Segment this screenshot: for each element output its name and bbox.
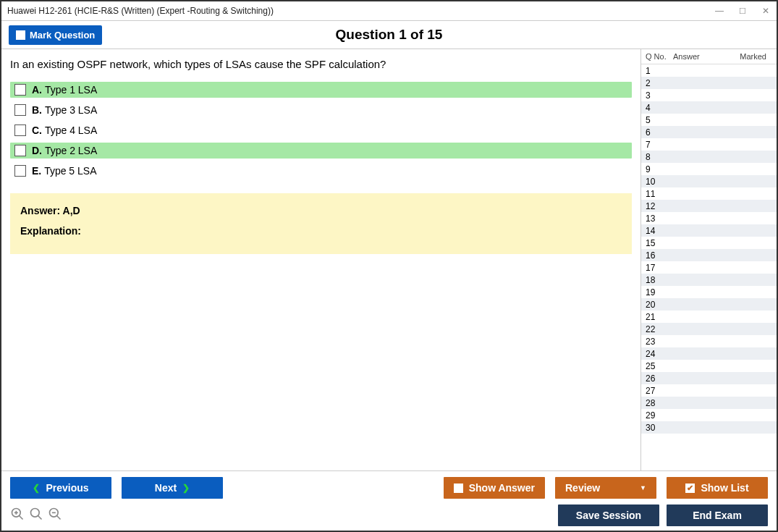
list-item[interactable]: 14 bbox=[641, 224, 777, 237]
list-item[interactable]: 26 bbox=[641, 372, 777, 384]
show-list-button[interactable]: ✔ Show List bbox=[667, 477, 768, 499]
list-item[interactable]: 16 bbox=[641, 249, 777, 261]
list-item-number: 30 bbox=[646, 423, 673, 433]
header-bar: Mark Question Question 1 of 15 bbox=[1, 20, 777, 49]
list-item[interactable]: 8 bbox=[641, 151, 777, 163]
app-window: Huawei H12-261 (HCIE-R&S (Written) (Expe… bbox=[0, 0, 778, 532]
option-e[interactable]: E. Type 5 LSA bbox=[10, 163, 632, 179]
list-item-number: 24 bbox=[646, 349, 673, 359]
next-button[interactable]: Next ❯ bbox=[122, 477, 223, 499]
question-text: In an existing OSPF network, which types… bbox=[10, 58, 632, 70]
list-item-number: 13 bbox=[646, 214, 673, 224]
list-item[interactable]: 4 bbox=[641, 101, 777, 114]
list-item[interactable]: 2 bbox=[641, 77, 777, 89]
list-item[interactable]: 5 bbox=[641, 114, 777, 126]
mark-question-label: Mark Question bbox=[30, 30, 95, 41]
option-text: A. Type 1 LSA bbox=[32, 84, 97, 96]
list-item-number: 18 bbox=[646, 275, 673, 285]
option-checkbox-icon[interactable] bbox=[14, 104, 26, 116]
option-checkbox-icon[interactable] bbox=[14, 165, 26, 177]
end-exam-label: End Exam bbox=[693, 510, 742, 521]
list-item[interactable]: 29 bbox=[641, 409, 777, 421]
list-item[interactable]: 10 bbox=[641, 175, 777, 187]
list-item-number: 19 bbox=[646, 287, 673, 297]
window-controls: — ☐ ✕ bbox=[714, 6, 771, 16]
list-item[interactable]: 3 bbox=[641, 89, 777, 101]
list-item[interactable]: 25 bbox=[641, 360, 777, 372]
list-item[interactable]: 18 bbox=[641, 274, 777, 286]
zoom-reset-icon[interactable] bbox=[29, 507, 43, 525]
list-item[interactable]: 17 bbox=[641, 261, 777, 274]
list-item[interactable]: 30 bbox=[641, 421, 777, 434]
zoom-controls bbox=[10, 507, 62, 525]
chevron-down-icon: ▼ bbox=[640, 484, 646, 491]
list-item[interactable]: 12 bbox=[641, 200, 777, 212]
col-answer: Answer bbox=[673, 52, 716, 61]
show-list-checkbox-icon: ✔ bbox=[685, 484, 695, 493]
next-label: Next bbox=[155, 482, 177, 494]
list-item-number: 25 bbox=[646, 361, 673, 371]
list-item[interactable]: 23 bbox=[641, 335, 777, 347]
minimize-icon[interactable]: — bbox=[714, 6, 724, 16]
list-item[interactable]: 19 bbox=[641, 286, 777, 298]
save-session-button[interactable]: Save Session bbox=[558, 504, 659, 526]
list-item[interactable]: 21 bbox=[641, 311, 777, 323]
list-item-number: 14 bbox=[646, 226, 673, 236]
review-button[interactable]: Review ▼ bbox=[555, 477, 656, 499]
chevron-right-icon: ❯ bbox=[182, 483, 190, 493]
list-item[interactable]: 1 bbox=[641, 64, 777, 77]
option-b[interactable]: B. Type 3 LSA bbox=[10, 102, 632, 118]
list-item[interactable]: 28 bbox=[641, 397, 777, 409]
list-item[interactable]: 15 bbox=[641, 237, 777, 249]
list-item[interactable]: 6 bbox=[641, 126, 777, 138]
list-item[interactable]: 13 bbox=[641, 212, 777, 224]
answer-panel: Answer: A,D Explanation: bbox=[10, 193, 632, 254]
show-answer-label: Show Answer bbox=[469, 482, 535, 494]
footer-row-nav: ❮ Previous Next ❯ Show Answer Review ▼ ✔… bbox=[10, 477, 768, 499]
list-item-number: 2 bbox=[646, 78, 673, 88]
window-title: Huawei H12-261 (HCIE-R&S (Written) (Expe… bbox=[7, 6, 274, 16]
list-item-number: 27 bbox=[646, 386, 673, 396]
close-icon[interactable]: ✕ bbox=[761, 6, 771, 16]
list-item-number: 12 bbox=[646, 201, 673, 211]
question-list[interactable]: 1234567891011121314151617181920212223242… bbox=[641, 64, 777, 470]
list-item[interactable]: 9 bbox=[641, 163, 777, 175]
option-checkbox-icon[interactable] bbox=[14, 145, 26, 156]
list-item[interactable]: 20 bbox=[641, 298, 777, 311]
list-item[interactable]: 7 bbox=[641, 138, 777, 151]
previous-button[interactable]: ❮ Previous bbox=[10, 477, 111, 499]
maximize-icon[interactable]: ☐ bbox=[737, 7, 748, 16]
list-item[interactable]: 11 bbox=[641, 187, 777, 200]
zoom-out-icon[interactable] bbox=[48, 507, 62, 525]
list-item-number: 1 bbox=[646, 66, 673, 76]
show-answer-checkbox-icon bbox=[454, 484, 463, 493]
option-c[interactable]: C. Type 4 LSA bbox=[10, 122, 632, 138]
options-list: A. Type 1 LSAB. Type 3 LSAC. Type 4 LSAD… bbox=[10, 82, 632, 179]
list-item[interactable]: 22 bbox=[641, 323, 777, 335]
list-item[interactable]: 24 bbox=[641, 347, 777, 360]
col-marked: Marked bbox=[716, 52, 774, 61]
option-checkbox-icon[interactable] bbox=[14, 84, 26, 96]
list-item-number: 29 bbox=[646, 410, 673, 421]
option-d[interactable]: D. Type 2 LSA bbox=[10, 143, 632, 159]
list-item-number: 21 bbox=[646, 312, 673, 322]
svg-line-7 bbox=[57, 515, 61, 519]
option-text: E. Type 5 LSA bbox=[32, 165, 97, 177]
option-checkbox-icon[interactable] bbox=[14, 124, 26, 136]
question-list-pane: Q No. Answer Marked 12345678910111213141… bbox=[640, 49, 777, 470]
list-item-number: 22 bbox=[646, 324, 673, 334]
list-item-number: 6 bbox=[646, 127, 673, 138]
footer-row-session: Save Session End Exam bbox=[10, 504, 768, 526]
option-a[interactable]: A. Type 1 LSA bbox=[10, 82, 632, 98]
end-exam-button[interactable]: End Exam bbox=[667, 504, 768, 526]
titlebar: Huawei H12-261 (HCIE-R&S (Written) (Expe… bbox=[1, 1, 777, 20]
save-session-label: Save Session bbox=[576, 510, 641, 521]
zoom-in-icon[interactable] bbox=[10, 507, 25, 525]
show-answer-button[interactable]: Show Answer bbox=[444, 477, 545, 499]
list-item-number: 7 bbox=[646, 140, 673, 150]
list-item-number: 11 bbox=[646, 189, 673, 199]
mark-question-button[interactable]: Mark Question bbox=[9, 25, 102, 45]
list-item-number: 5 bbox=[646, 115, 673, 125]
list-item-number: 4 bbox=[646, 103, 673, 113]
list-item[interactable]: 27 bbox=[641, 384, 777, 397]
